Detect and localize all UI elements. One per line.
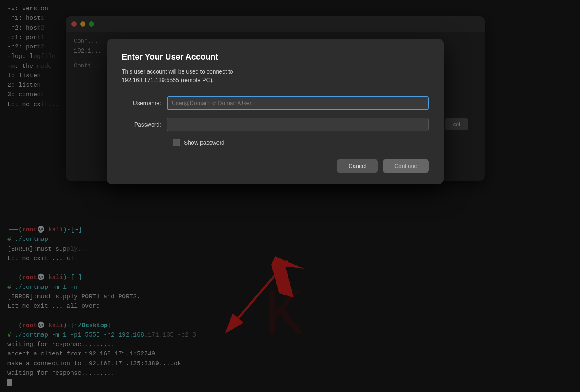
password-label: Password: (122, 121, 167, 128)
cancel-button[interactable]: Cancel (337, 159, 378, 173)
show-password-checkbox[interactable] (173, 139, 180, 146)
password-row: Password: (122, 118, 429, 131)
dialog-title: Enter Your User Account (122, 52, 429, 62)
continue-button[interactable]: Continue (383, 159, 429, 173)
show-password-row: Show password (173, 139, 429, 146)
username-input[interactable] (167, 96, 429, 110)
dialog-buttons: Cancel Continue (122, 159, 429, 173)
dialog-description: This user account will be used to connec… (122, 67, 429, 85)
username-row: Username: (122, 96, 429, 110)
username-label: Username: (122, 100, 167, 106)
user-account-dialog: Enter Your User Account This user accoun… (107, 39, 444, 184)
password-input[interactable] (167, 118, 429, 131)
show-password-label: Show password (184, 139, 225, 146)
